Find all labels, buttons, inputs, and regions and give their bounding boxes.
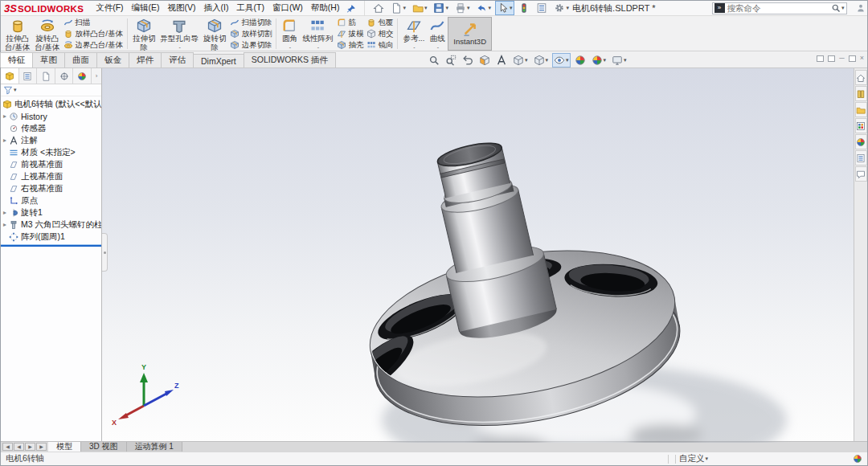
- command-search[interactable]: » ▾: [712, 2, 847, 14]
- draft-button[interactable]: 拔模: [337, 29, 363, 39]
- zoom-to-fit-button[interactable]: [427, 53, 441, 67]
- expand-arrow-icon[interactable]: ▸: [1, 137, 9, 144]
- menu-insert[interactable]: 插入(I): [200, 1, 233, 15]
- motion-study-tab[interactable]: 运动算例 1: [127, 442, 182, 452]
- doc-restore-right-icon[interactable]: [828, 55, 835, 62]
- tab-features[interactable]: 特征: [0, 52, 33, 67]
- menu-help[interactable]: 帮助(H): [307, 1, 344, 15]
- shell-button[interactable]: 抽壳: [337, 40, 363, 51]
- design-library-button[interactable]: [855, 86, 867, 101]
- display-style-button[interactable]: ▾: [532, 53, 551, 67]
- web-globe-icon[interactable]: [853, 454, 862, 464]
- model-tab[interactable]: 模型: [48, 442, 81, 452]
- forum-button[interactable]: [855, 166, 867, 182]
- boundary-cut-button[interactable]: 边界切除: [230, 40, 272, 51]
- expand-arrow-icon[interactable]: ▸: [1, 112, 9, 120]
- edit-appearance-button[interactable]: [573, 53, 588, 67]
- dimxpert-manager-tab[interactable]: [55, 68, 74, 84]
- file-properties-button[interactable]: [534, 1, 550, 15]
- linear-pattern-button[interactable]: 线性阵列 -: [300, 17, 335, 51]
- panel-splitter-handle[interactable]: [102, 233, 108, 272]
- search-input[interactable]: [727, 3, 831, 13]
- print-button[interactable]: ▾: [452, 1, 473, 15]
- tab-sketch[interactable]: 草图: [32, 52, 65, 67]
- annotations-view-button[interactable]: [494, 53, 509, 67]
- options-button[interactable]: ▾: [551, 1, 571, 15]
- tree-root-part[interactable]: 电机6转轴 (默认<<默认>_显: [1, 98, 101, 110]
- undo-button[interactable]: ▾: [473, 1, 493, 15]
- revolved-boss-button[interactable]: 旋转凸 台/基体: [32, 17, 62, 51]
- doc-minimize-button[interactable]: ─: [839, 55, 844, 62]
- file-explorer-button[interactable]: [855, 102, 867, 117]
- last-tab-button[interactable]: ▶: [36, 443, 47, 451]
- tab-evaluate[interactable]: 评估: [161, 52, 194, 67]
- custom-properties-button[interactable]: [855, 150, 867, 166]
- apply-scene-button[interactable]: ▾: [590, 53, 608, 67]
- caret-icon[interactable]: ▾: [705, 456, 708, 462]
- tab-surfaces[interactable]: 曲面: [64, 52, 97, 67]
- revolved-cut-button[interactable]: 旋转切 除: [201, 17, 229, 51]
- new-document-button[interactable]: ▾: [388, 1, 408, 15]
- tree-item-history[interactable]: ▸ History: [1, 110, 101, 122]
- hide-show-items-button[interactable]: ▾: [552, 53, 571, 67]
- tree-item-circular-pattern[interactable]: 阵列(圆周)1: [1, 231, 101, 243]
- mirror-button[interactable]: 镜向: [366, 40, 393, 51]
- tree-item-top-plane[interactable]: 上视基准面: [1, 170, 101, 182]
- sweep-button[interactable]: 扫描: [63, 18, 123, 28]
- pin-menu-button[interactable]: [343, 2, 359, 13]
- boundary-boss-button[interactable]: 边界凸台/基体: [63, 40, 123, 51]
- search-icon[interactable]: [831, 3, 841, 13]
- feature-tree-tab[interactable]: [1, 68, 19, 84]
- tab-solidworks-addins[interactable]: SOLIDWORKS 插件: [244, 52, 336, 67]
- expand-arrow-icon[interactable]: ▸: [1, 209, 9, 216]
- appearances-button[interactable]: [855, 134, 867, 149]
- instant3d-button[interactable]: Instant3D: [448, 17, 492, 51]
- tree-item-front-plane[interactable]: 前视基准面: [1, 158, 101, 170]
- configuration-manager-tab[interactable]: [37, 68, 55, 84]
- menu-tools[interactable]: 工具(T): [232, 1, 268, 15]
- tree-item-origin[interactable]: 原点: [1, 194, 101, 206]
- previous-tab-button[interactable]: ◀: [14, 443, 24, 451]
- zoom-to-area-button[interactable]: [444, 53, 458, 67]
- boss-extrude-button[interactable]: 拉伸凸 台/基体: [2, 17, 32, 51]
- expand-arrow-icon[interactable]: ▸: [1, 221, 9, 228]
- tree-item-sensors[interactable]: 传感器: [1, 122, 101, 134]
- extruded-cut-button[interactable]: 拉伸切 除: [130, 17, 158, 51]
- tree-item-m3-counterbore[interactable]: ▸ M3 六角凹头螺钉的柱形沉: [1, 219, 101, 231]
- doc-restore-left-icon[interactable]: [817, 55, 824, 62]
- first-tab-button[interactable]: ◀: [2, 443, 13, 451]
- menu-window[interactable]: 窗口(W): [268, 1, 307, 15]
- reference-geometry-button[interactable]: 参考... -: [400, 17, 427, 51]
- select-button[interactable]: ▾: [495, 1, 515, 15]
- open-button[interactable]: ▾: [410, 1, 430, 15]
- wrap-button[interactable]: 包覆: [366, 18, 393, 28]
- doc-restore-button[interactable]: [849, 55, 856, 62]
- panel-tab-overflow[interactable]: ›: [92, 68, 101, 84]
- rollback-bar[interactable]: [1, 244, 101, 247]
- doc-close-button[interactable]: ×: [860, 55, 864, 62]
- home-button[interactable]: [371, 1, 387, 15]
- loft-button[interactable]: 放样凸台/基体: [63, 29, 123, 39]
- view-palette-button[interactable]: [855, 118, 867, 133]
- next-tab-button[interactable]: ▶: [25, 443, 35, 451]
- tree-item-material[interactable]: 材质 <未指定>: [1, 146, 101, 158]
- tree-item-revolve1[interactable]: ▸ 旋转1: [1, 206, 101, 219]
- tree-filter-row[interactable]: ▾: [1, 84, 101, 96]
- swept-cut-button[interactable]: 扫描切除: [230, 18, 272, 28]
- view-settings-button[interactable]: ▾: [610, 53, 628, 67]
- fillet-button[interactable]: 圆角 -: [279, 17, 300, 51]
- lofted-cut-button[interactable]: 放样切割: [230, 29, 272, 39]
- login-button[interactable]: [854, 2, 868, 14]
- intersect-button[interactable]: 相交: [366, 29, 393, 39]
- customize-button[interactable]: 自定义: [679, 453, 705, 464]
- property-manager-tab[interactable]: [19, 68, 38, 84]
- part-model[interactable]: X Y Z: [102, 68, 855, 443]
- save-button[interactable]: ▾: [431, 1, 451, 15]
- section-view-button[interactable]: [477, 53, 492, 67]
- graphics-viewport[interactable]: X Y Z: [102, 68, 854, 441]
- tab-dimxpert[interactable]: DimXpert: [193, 54, 244, 67]
- display-manager-tab[interactable]: [73, 68, 92, 84]
- menu-edit[interactable]: 编辑(E): [128, 1, 164, 15]
- rib-button[interactable]: 筋: [337, 18, 363, 28]
- menu-file[interactable]: 文件(F): [92, 1, 127, 15]
